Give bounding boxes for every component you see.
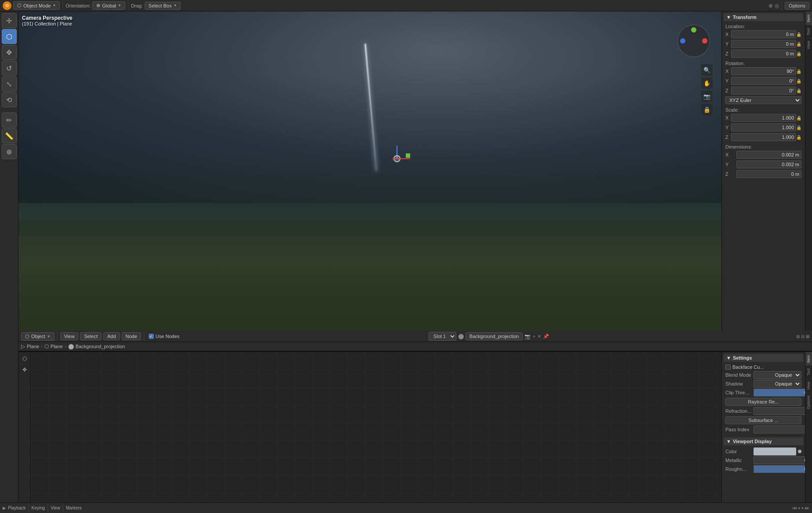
lock-icon[interactable]: 🔒 <box>701 104 713 115</box>
side-tab-view[interactable]: View <box>805 38 812 52</box>
side-tab-tool[interactable]: Tool <box>805 25 812 38</box>
gizmo-x-axis[interactable] <box>702 38 707 44</box>
new-material-icon: + <box>532 334 535 339</box>
side-tab-bottom-item[interactable]: Item <box>805 352 812 366</box>
raytrace-button[interactable]: Raytrace Re... <box>725 398 801 406</box>
mode-icon: ⬡ <box>17 3 22 8</box>
gizmo-y-axis[interactable] <box>691 27 696 33</box>
loc-y-input[interactable] <box>731 40 796 48</box>
node-select-button[interactable]: Select <box>80 332 102 340</box>
rot-z-input[interactable] <box>731 87 796 95</box>
side-tab-bottom-view[interactable]: View <box>805 378 812 393</box>
scale-z-input[interactable] <box>731 133 796 141</box>
node-add-button[interactable]: Add <box>103 332 120 340</box>
shadow-label: Shadow <box>725 381 752 386</box>
hand-icon[interactable]: ✋ <box>701 77 713 89</box>
loc-x-row: X 🔒 <box>724 30 803 39</box>
scale-y-lock[interactable]: 🔒 <box>796 125 801 130</box>
mode-dropdown-arrow: ▼ <box>52 4 56 7</box>
node-mode-button[interactable]: ⬡ Object ▼ <box>21 332 55 341</box>
shadow-select[interactable]: Opaque <box>754 380 801 388</box>
select-tool[interactable]: ⬡ <box>2 29 17 44</box>
loc-x-lock[interactable]: 🔒 <box>796 32 801 37</box>
viewport-right-icons: 🔍 ✋ 📷 🔒 <box>701 64 713 115</box>
node-editor-area: ⬡ ✥ ▼ flo.pn <box>18 351 812 503</box>
breadcrumb-plane2[interactable]: Plane <box>51 344 63 349</box>
viewport-display-section: ▼ Viewport Display Color Metallic <box>724 437 803 473</box>
vd-roughness-input[interactable] <box>754 465 805 473</box>
node-view-button[interactable]: View <box>60 332 79 340</box>
node-select-icon[interactable]: ⬡ <box>20 354 29 364</box>
node-canvas[interactable]: ▼ flo.png Color <box>31 352 721 503</box>
side-tab-item[interactable]: Item <box>805 11 812 25</box>
orientation-button[interactable]: ⊕ Global ▼ <box>92 1 125 10</box>
rotation-mode-select[interactable]: XYZ Euler <box>725 96 801 104</box>
add-object-tool[interactable]: ⊕ <box>2 144 17 159</box>
markers-label: Markers <box>66 506 82 510</box>
status-sep3 <box>63 504 63 512</box>
scale-x-lock[interactable]: 🔒 <box>796 116 801 120</box>
node-material-button[interactable]: Node <box>122 332 141 340</box>
rot-z-lock[interactable]: 🔒 <box>796 88 801 93</box>
clip-thresh-input[interactable] <box>754 389 805 397</box>
scale-x-input[interactable] <box>731 114 796 122</box>
vd-color-dot[interactable] <box>798 450 801 453</box>
scale-y-input[interactable] <box>731 124 796 131</box>
vd-color-swatch[interactable] <box>754 448 796 455</box>
mode-button[interactable]: ⬡ Object Mode ▼ <box>13 1 60 10</box>
camera-icon[interactable]: 📷 <box>701 91 713 102</box>
use-nodes-checkbox[interactable] <box>149 334 154 339</box>
navigation-gizmo[interactable] <box>677 25 713 60</box>
loc-z-input[interactable] <box>731 50 796 58</box>
material-name-button[interactable]: Background_projection <box>466 332 523 340</box>
breadcrumb-plane1[interactable]: Plane <box>27 344 39 349</box>
blend-mode-label: Blend Mode <box>725 372 752 378</box>
3d-viewport[interactable]: Camera Perspective (191) Collection | Pl… <box>18 11 721 331</box>
view-label: View <box>51 506 60 510</box>
measure-tool[interactable]: 📏 <box>2 128 17 143</box>
toolbar-sep-2 <box>128 2 128 10</box>
side-tab-bottom-options[interactable]: Options <box>805 393 812 412</box>
node-sep-2 <box>144 332 144 340</box>
vd-color-row: Color <box>724 447 803 456</box>
transform-widget[interactable] <box>384 146 410 172</box>
subsurface-button[interactable]: Subsurface ... <box>725 416 801 424</box>
dim-x-input[interactable] <box>736 151 801 159</box>
bottom-section: ⬡ Object ▼ View Select Add Node Use Node… <box>18 331 812 502</box>
scale-z-label: Z <box>725 135 731 140</box>
blend-mode-select[interactable]: Opaque <box>754 371 801 379</box>
rot-x-lock[interactable]: 🔒 <box>796 69 801 74</box>
dim-y-input[interactable] <box>736 160 801 168</box>
loc-y-lock[interactable]: 🔒 <box>796 42 801 47</box>
side-tab-bottom-tool[interactable]: Tool <box>805 365 812 378</box>
node-move-icon[interactable]: ✥ <box>20 365 29 375</box>
select-box-button[interactable]: Select Box ▼ <box>145 2 181 10</box>
loc-z-lock[interactable]: 🔒 <box>796 51 801 56</box>
proportional-icon: ◎ <box>775 3 779 9</box>
annotate-tool[interactable]: ✏ <box>2 113 17 127</box>
dim-z-input[interactable] <box>736 170 801 178</box>
rot-x-input[interactable] <box>731 67 796 75</box>
scale-y-label: Y <box>725 125 731 130</box>
backface-cull-checkbox[interactable] <box>725 364 731 370</box>
options-button[interactable]: Options <box>785 2 809 10</box>
gizmo-z-axis[interactable] <box>680 38 685 44</box>
slot-selector[interactable]: Slot 1 <box>429 332 456 341</box>
loc-x-input[interactable] <box>731 30 796 38</box>
move-tool[interactable]: ✥ <box>2 45 17 60</box>
scale-tool[interactable]: ⤡ <box>2 76 17 91</box>
rot-y-lock[interactable]: 🔒 <box>796 79 801 84</box>
toolbar-sep-1 <box>62 2 63 10</box>
vd-metallic-input[interactable] <box>754 456 805 464</box>
refraction-input[interactable] <box>754 407 805 415</box>
pass-index-input[interactable] <box>754 426 805 433</box>
cursor-tool[interactable]: ✛ <box>2 13 17 28</box>
gizmo-circle[interactable] <box>677 25 710 57</box>
rotate-tool[interactable]: ↺ <box>2 61 17 76</box>
transform-tool[interactable]: ⟲ <box>2 92 17 107</box>
rot-y-input[interactable] <box>731 77 796 85</box>
scale-z-lock[interactable]: 🔒 <box>796 135 801 140</box>
zoom-icon[interactable]: 🔍 <box>701 64 713 76</box>
viewport-display-title: Viewport Display <box>733 439 772 444</box>
breadcrumb-material[interactable]: Background_projection <box>76 344 125 349</box>
